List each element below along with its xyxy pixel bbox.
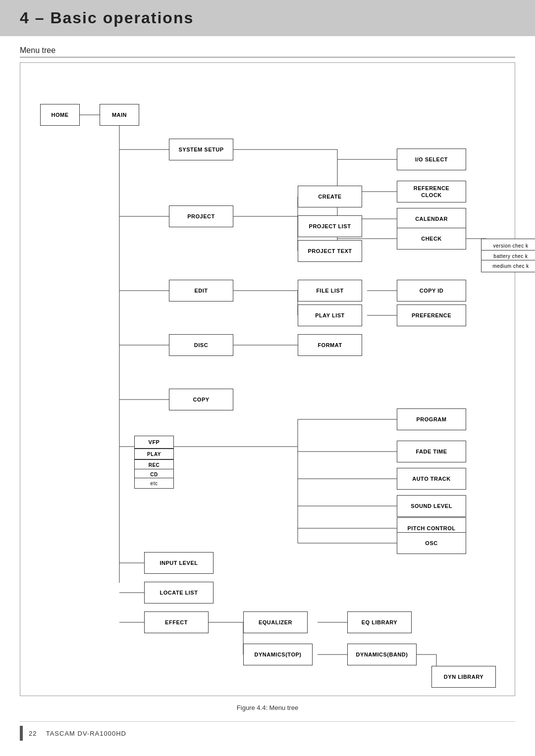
label-input-level: INPUT LEVEL — [160, 559, 198, 566]
label-copy: COPY — [193, 396, 209, 403]
caption-text: Figure 4.4: Menu tree — [237, 704, 298, 711]
label-play-list: PLAY LIST — [315, 312, 345, 319]
box-preference: PREFERENCE — [397, 304, 466, 326]
label-reference-clock: REFERENCE CLOCK — [414, 185, 449, 199]
label-home: HOME — [52, 111, 69, 118]
footer-page: 22 — [29, 730, 37, 737]
label-rec: REC — [149, 462, 160, 468]
box-dynamics-band: DYNAMICS(BAND) — [347, 644, 417, 665]
label-effect: EFFECT — [165, 619, 188, 626]
label-io-select: I/O SELECT — [415, 156, 448, 163]
label-dyn-library: DYN LIBRARY — [444, 673, 483, 680]
label-vfp: VFP — [149, 439, 160, 446]
box-project: PROJECT — [169, 205, 233, 227]
box-sound-level: SOUND LEVEL — [397, 495, 466, 517]
footer: 22 TASCAM DV-RA1000HD — [20, 721, 515, 741]
label-project-text: PROJECT TEXT — [308, 248, 352, 254]
label-sound-level: SOUND LEVEL — [411, 503, 452, 509]
box-osc: OSC — [397, 532, 466, 554]
box-edit: EDIT — [169, 280, 233, 302]
box-program: PROGRAM — [397, 408, 466, 430]
box-dynamics-top: DYNAMICS(TOP) — [243, 644, 313, 665]
label-eq-library: EQ LIBRARY — [362, 619, 397, 626]
box-effect: EFFECT — [144, 611, 209, 633]
label-copy-id: COPY ID — [420, 287, 444, 294]
page-header: 4 – Basic operations — [0, 0, 535, 36]
label-project: PROJECT — [187, 213, 214, 220]
box-format: FORMAT — [298, 334, 362, 356]
label-locate-list: LOCATE LIST — [160, 589, 198, 596]
section-title: Menu tree — [20, 46, 515, 57]
box-main: MAIN — [100, 104, 139, 126]
box-system-setup: SYSTEM SETUP — [169, 139, 233, 160]
box-medium-check: medium chec k — [481, 260, 535, 272]
label-auto-track: AUTO TRACK — [412, 475, 451, 482]
label-equalizer: EQUALIZER — [259, 619, 292, 626]
label-format: FORMAT — [318, 342, 342, 349]
box-reference-clock: REFERENCE CLOCK — [397, 181, 466, 202]
label-create: CREATE — [318, 193, 341, 200]
label-edit: EDIT — [194, 287, 208, 294]
box-locate-list: LOCATE LIST — [144, 582, 214, 604]
footer-bar — [20, 726, 23, 741]
box-copy: COPY — [169, 389, 233, 410]
label-dynamics-top: DYNAMICS(TOP) — [255, 651, 302, 658]
label-etc: etc — [151, 480, 158, 487]
box-project-list: PROJECT LIST — [298, 215, 362, 237]
footer-product: TASCAM DV-RA1000HD — [46, 730, 126, 737]
caption: Figure 4.4: Menu tree — [20, 704, 515, 711]
box-input-level: INPUT LEVEL — [144, 552, 214, 574]
label-program: PROGRAM — [417, 416, 447, 423]
label-check: CHECK — [421, 235, 442, 242]
label-battery-check: battery chec k — [493, 253, 528, 259]
label-cd: CD — [150, 471, 158, 478]
label-file-list: FILE LIST — [316, 287, 343, 294]
label-dynamics-band: DYNAMICS(BAND) — [356, 651, 408, 658]
box-fade-time: FADE TIME — [397, 441, 466, 462]
box-check: CHECK — [397, 228, 466, 250]
label-system-setup: SYSTEM SETUP — [179, 146, 224, 153]
box-home: HOME — [40, 104, 80, 126]
label-play: PLAY — [147, 451, 161, 457]
label-calendar: CALENDAR — [415, 215, 448, 222]
footer-text: 22 TASCAM DV-RA1000HD — [29, 730, 126, 737]
label-osc: OSC — [425, 540, 437, 547]
label-version-check: version chec k — [493, 243, 529, 249]
box-vfp: VFP — [134, 436, 174, 449]
box-create: CREATE — [298, 186, 362, 207]
diagram-container: HOME MAIN SYSTEM SETUP PROJECT CREATE PR… — [20, 62, 515, 696]
box-play-list: PLAY LIST — [298, 304, 362, 326]
page: 4 – Basic operations Menu tree — [0, 0, 535, 756]
label-preference: PREFERENCE — [412, 312, 451, 319]
label-fade-time: FADE TIME — [416, 448, 447, 455]
label-pitch-control: PITCH CONTROL — [408, 525, 456, 532]
box-io-select: I/O SELECT — [397, 149, 466, 170]
box-project-text: PROJECT TEXT — [298, 240, 362, 262]
page-title: 4 – Basic operations — [20, 9, 194, 27]
box-play: PLAY — [134, 449, 174, 459]
label-main: MAIN — [112, 111, 127, 118]
box-auto-track: AUTO TRACK — [397, 468, 466, 490]
box-calendar: CALENDAR — [397, 208, 466, 230]
box-disc: DISC — [169, 334, 233, 356]
label-medium-check: medium chec k — [492, 263, 529, 269]
box-file-list: FILE LIST — [298, 280, 362, 302]
label-project-list: PROJECT LIST — [309, 223, 351, 230]
box-etc: etc — [134, 478, 174, 489]
box-dyn-library: DYN LIBRARY — [431, 666, 496, 688]
box-copy-id: COPY ID — [397, 280, 466, 302]
box-equalizer: EQUALIZER — [243, 611, 308, 633]
label-disc: DISC — [194, 342, 208, 349]
section-label: Menu tree — [20, 46, 55, 54]
box-eq-library: EQ LIBRARY — [347, 611, 412, 633]
